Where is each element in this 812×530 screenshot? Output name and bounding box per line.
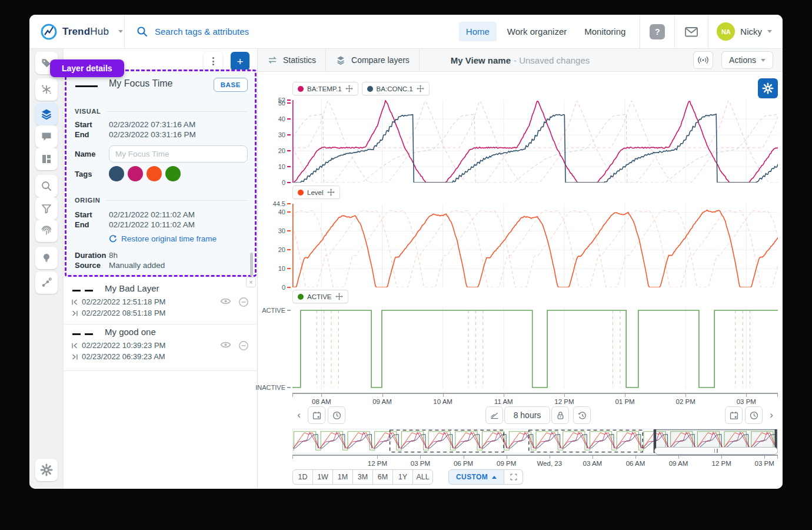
panel-menu-button[interactable]	[204, 52, 222, 71]
pan-right-button[interactable]: ›	[765, 406, 778, 424]
add-layer-button[interactable]: +	[231, 52, 249, 71]
chart-settings-button[interactable]	[758, 78, 778, 98]
rail-recommendations-button[interactable]	[35, 247, 58, 269]
layer-item-good[interactable]: My good one 02/22/2022 10:39:23 PM 02/23…	[64, 324, 257, 371]
rail-connections-button[interactable]	[35, 271, 58, 294]
rail-fingerprint-button[interactable]	[35, 220, 58, 242]
layer-visibility-button[interactable]	[220, 340, 231, 349]
skip-end-icon	[71, 309, 79, 317]
duration-button[interactable]: 8 hours	[504, 406, 550, 424]
layers-panel: + My Focus Time BASE VISUAL Start02/23/2…	[64, 49, 258, 489]
topbar: TrendHub Home Work organizer Monitoring …	[29, 15, 783, 49]
chevron-down-icon	[767, 30, 772, 33]
preset-6m-button[interactable]: 6M	[372, 469, 393, 485]
tag-color-dot[interactable]	[128, 166, 143, 181]
preset-3m-button[interactable]: 3M	[352, 469, 373, 485]
preset-1w-button[interactable]: 1W	[312, 469, 333, 485]
compare-scales-button[interactable]	[485, 406, 503, 424]
x-tick-label: Wed, 23	[537, 460, 562, 467]
lock-duration-button[interactable]	[551, 406, 569, 424]
search-input[interactable]	[154, 26, 342, 37]
start-label: Start	[75, 120, 109, 129]
context-selection-handle[interactable]	[654, 447, 778, 455]
help-button[interactable]: ?	[650, 24, 665, 39]
skip-start-icon	[71, 342, 79, 350]
restore-time-frame-link[interactable]: Restore original time frame	[109, 234, 217, 243]
y-tick-label: 0	[282, 284, 291, 291]
axis-tick	[420, 455, 421, 459]
custom-range-button[interactable]: CUSTOM	[448, 469, 504, 485]
tab-home[interactable]: Home	[459, 22, 497, 41]
y-tick-label: ACTIVE	[262, 307, 291, 314]
x-tick-label: 03 PM	[737, 398, 756, 405]
rail-filter-button[interactable]	[35, 197, 58, 220]
statistics-button[interactable]: Statistics	[258, 49, 326, 72]
user-menu[interactable]: NA Nicky	[717, 22, 772, 41]
x-tick-label: 10 AM	[433, 398, 452, 405]
chevron-down-icon[interactable]	[118, 30, 123, 33]
compare-layers-button[interactable]: Compare layers	[326, 49, 420, 72]
trend-chart-analog[interactable]: 5250403020100	[292, 100, 778, 183]
rail-layers-button[interactable]	[35, 103, 58, 125]
series-color-dot	[298, 294, 304, 300]
duration-label: Duration	[75, 251, 109, 260]
start-time-button[interactable]	[328, 406, 345, 424]
preset-1y-button[interactable]: 1Y	[392, 469, 413, 485]
mail-button[interactable]	[684, 26, 698, 38]
skip-start-icon	[71, 298, 79, 306]
global-search[interactable]	[125, 26, 459, 37]
legend-chip-level[interactable]: Level	[292, 186, 340, 199]
layer-item-bad[interactable]: My Bad Layer 02/22/2022 12:51:18 PM 02/2…	[64, 281, 257, 324]
layer-start: 02/22/2022 12:51:18 PM	[82, 297, 165, 306]
minus-circle-icon	[238, 340, 249, 351]
divider	[708, 15, 708, 49]
legend-chip-ba-conc-1[interactable]: BA:CONC.1	[362, 82, 430, 95]
pan-left-button[interactable]: ‹	[292, 406, 305, 424]
x-tick-label: 09 PM	[497, 460, 516, 467]
chart1-legend: BA:TEMP.1BA:CONC.1	[292, 82, 433, 95]
end-time-button[interactable]	[745, 406, 763, 424]
history-button[interactable]	[573, 406, 591, 424]
tag-color-dot[interactable]	[109, 166, 124, 181]
layer-visibility-button[interactable]	[220, 297, 231, 306]
x-tick-label: 12 PM	[368, 460, 387, 467]
trend-chart-level[interactable]: 44.5403020100	[292, 204, 778, 287]
x-tick-label: 06 PM	[454, 460, 473, 467]
fit-view-button[interactable]	[504, 469, 523, 485]
rail-comments-button[interactable]	[35, 125, 58, 148]
base-badge[interactable]: BASE	[214, 78, 248, 92]
layer-remove-button[interactable]	[238, 297, 249, 307]
user-name: Nicky	[740, 26, 762, 37]
close-details-button[interactable]: ×	[246, 277, 256, 287]
actions-button[interactable]: Actions	[721, 51, 773, 69]
preset-1d-button[interactable]: 1D	[292, 469, 313, 485]
rail-search-button[interactable]	[35, 175, 58, 197]
lightbulb-icon	[41, 252, 52, 264]
end-label: End	[75, 130, 109, 139]
end-date-button[interactable]	[725, 406, 743, 424]
close-icon: ×	[249, 279, 252, 286]
axis-tick	[292, 455, 293, 459]
legend-chip-ba-temp-1[interactable]: BA:TEMP.1	[292, 82, 358, 95]
app-logo[interactable]: TrendHub	[29, 15, 125, 48]
start-date-button[interactable]	[308, 406, 325, 424]
x-tick-label: 12 PM	[712, 460, 731, 467]
tag-color-dot[interactable]	[147, 166, 162, 181]
tab-work-organizer[interactable]: Work organizer	[500, 22, 574, 41]
live-mode-button[interactable]	[693, 51, 713, 69]
legend-chip-active[interactable]: ACTIVE	[292, 290, 348, 303]
expand-icon	[510, 473, 518, 481]
panel-scrollbar[interactable]	[250, 253, 253, 276]
preset-all-button[interactable]: ALL	[412, 469, 433, 485]
trend-chart-digital[interactable]: ACTIVEINACTIVE	[292, 307, 778, 389]
rail-settings-button[interactable]	[35, 459, 58, 481]
layer-remove-button[interactable]	[238, 340, 249, 351]
layer-name-input[interactable]	[109, 145, 248, 163]
rail-dashboard-button[interactable]	[35, 148, 58, 170]
tag-color-dot[interactable]	[165, 166, 181, 181]
refresh-icon	[109, 235, 117, 243]
rail-calculations-button[interactable]	[35, 78, 58, 101]
tab-monitoring[interactable]: Monitoring	[577, 22, 633, 41]
axis-tick	[464, 455, 464, 459]
preset-1m-button[interactable]: 1M	[332, 469, 353, 485]
